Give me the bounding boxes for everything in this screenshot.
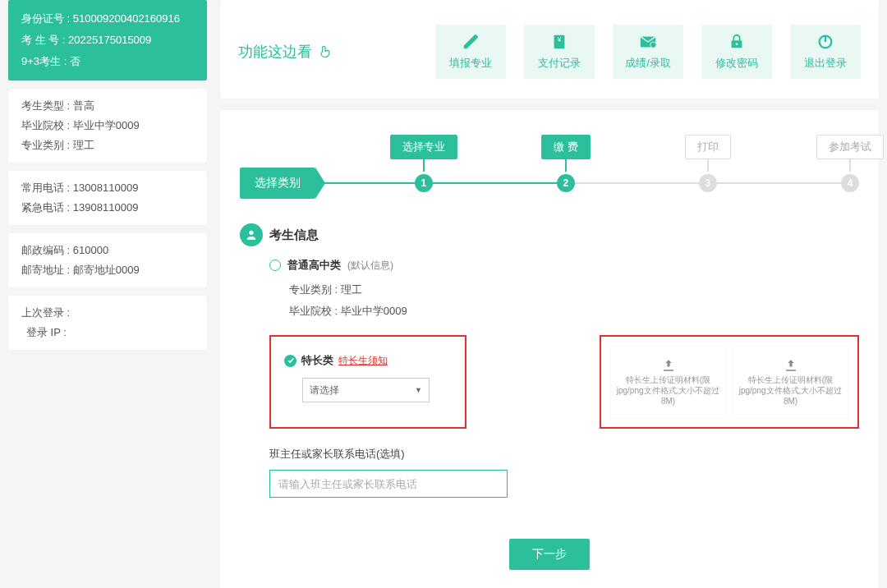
id-label: 身份证号 : (21, 12, 70, 25)
profile-card: 身份证号 : 510009200402160916 考 生 号 : 202251… (8, 0, 207, 80)
info-card-2: 常用电话 : 13008110009 紧急电话 : 13908110009 (8, 171, 207, 225)
svg-point-2 (650, 42, 656, 48)
special-notice-link[interactable]: 特长生须知 (338, 354, 388, 368)
step-3-label: 打印 (685, 135, 731, 159)
hand-point-icon (317, 44, 333, 60)
edit-icon (462, 33, 480, 51)
caret-down-icon: ▼ (415, 386, 422, 394)
power-icon (816, 33, 834, 51)
svg-point-7 (249, 231, 253, 235)
step-1-dot: 1 (415, 174, 433, 192)
func-logout[interactable]: 退出登录 (790, 25, 861, 79)
info-card-3: 邮政编码 : 610000 邮寄地址 : 邮寄地址0009 (8, 233, 207, 287)
check-circle-icon[interactable] (284, 355, 296, 367)
upload-box-group: 特长生上传证明材料(限jpg/png文件格式,大小不超过8M) 特长生上传证明材… (600, 335, 859, 429)
func-fill-major[interactable]: 填报专业 (435, 25, 506, 79)
upload-proof-1[interactable]: 特长生上传证明材料(限jpg/png文件格式,大小不超过8M) (611, 347, 725, 417)
step-4-label: 参加考试 (816, 135, 884, 159)
info-card-1: 考生类型 : 普高 毕业院校 : 毕业中学0009 专业类别 : 理工 (8, 89, 207, 163)
special-select[interactable]: 请选择 ▼ (302, 378, 430, 402)
person-icon (240, 223, 263, 246)
exam-no-value: 20225175015009 (68, 34, 151, 46)
step-start: 选择类别 (240, 168, 315, 199)
func-pay-record[interactable]: ¥ 支付记录 (524, 25, 595, 79)
money-doc-icon: ¥ (550, 33, 568, 51)
step-3-dot: 3 (699, 174, 717, 192)
function-bar: 功能这边看 填报专业 ¥ 支付记录 成绩/录取 修改密码 (220, 0, 879, 99)
func-grade[interactable]: 成绩/录取 (613, 25, 683, 79)
nine-three-label: 9+3考生 : (21, 55, 67, 67)
step-4-dot: 4 (841, 174, 859, 192)
radio-icon (269, 260, 281, 271)
step-2-dot: 2 (557, 174, 575, 192)
nine-three-value: 否 (70, 55, 80, 67)
upload-icon (784, 358, 798, 373)
main-panel: 选择类别 选择专业 1 缴 费 2 打印 3 参加考试 (220, 110, 879, 588)
info-card-4: 上次登录 : 登录 IP : (8, 296, 207, 350)
svg-text:¥: ¥ (557, 36, 562, 44)
special-category-box: 特长类 特长生须知 请选择 ▼ (269, 335, 466, 429)
next-button[interactable]: 下一步 (509, 539, 590, 570)
upload-proof-2[interactable]: 特长生上传证明材料(限jpg/png文件格式,大小不超过8M) (733, 347, 848, 417)
step-2-label: 缴 费 (541, 135, 591, 159)
exam-no-label: 考 生 号 : (21, 34, 65, 46)
function-title: 功能这边看 (238, 42, 333, 62)
radio-normal-highschool[interactable]: 普通高中类 (默认信息) (269, 258, 859, 273)
step-1-label: 选择专业 (390, 135, 457, 159)
contact-label: 班主任或家长联系电话(选填) (269, 447, 859, 462)
contact-input[interactable] (269, 470, 508, 498)
envelope-icon (639, 33, 657, 51)
svg-point-4 (736, 43, 738, 45)
section-header: 考生信息 (240, 223, 859, 246)
id-value: 510009200402160916 (73, 12, 180, 25)
upload-icon (661, 358, 676, 373)
progress-steps: 选择类别 选择专业 1 缴 费 2 打印 3 参加考试 (240, 168, 859, 199)
lock-icon (728, 33, 746, 51)
func-password[interactable]: 修改密码 (701, 25, 772, 79)
